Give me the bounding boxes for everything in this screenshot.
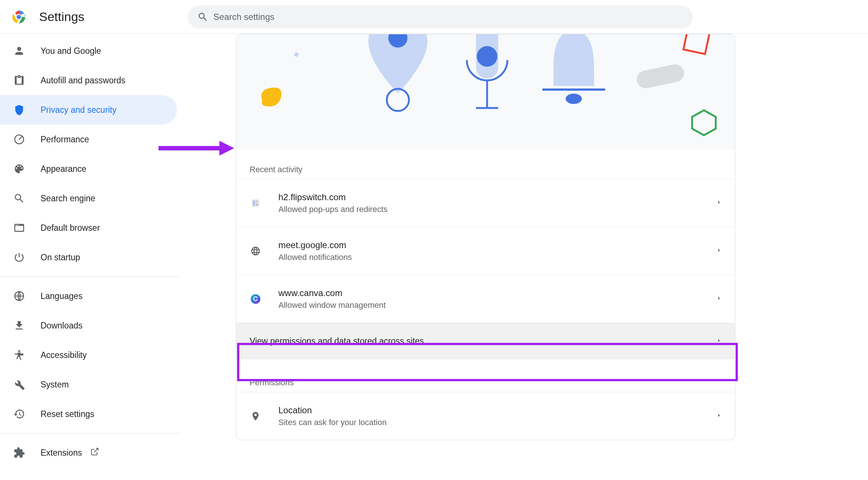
sidebar-item-you-and-google[interactable]: You and Google <box>0 36 177 66</box>
recent-site-name: meet.google.com <box>278 240 709 250</box>
sidebar-item-performance[interactable]: Performance <box>0 125 177 154</box>
recent-site-detail: Allowed notifications <box>278 253 709 262</box>
sidebar-item-privacy-security[interactable]: Privacy and security <box>0 95 177 125</box>
chevron-right-icon <box>716 338 722 345</box>
main-content: Recent activity h2.flipswitch.com Allowe… <box>181 34 868 480</box>
permission-detail: Sites can ask for your location <box>278 418 709 427</box>
sidebar-item-label: Extensions <box>41 448 82 458</box>
sidebar: You and Google Autofill and passwords Pr… <box>0 34 181 480</box>
search-input[interactable] <box>213 12 683 22</box>
chevron-right-icon <box>716 413 722 420</box>
permissions-heading: Permissions <box>236 359 735 392</box>
header-bar: Settings <box>0 0 868 34</box>
open-external-icon <box>90 447 99 458</box>
globe-icon <box>13 290 25 302</box>
hero-illustration <box>236 34 735 149</box>
globe-gray-icon <box>250 245 261 257</box>
sidebar-item-label: Languages <box>41 291 83 301</box>
sidebar-item-default-browser[interactable]: Default browser <box>0 213 177 243</box>
permission-title: Location <box>278 405 709 415</box>
sidebar-separator <box>0 433 181 434</box>
sidebar-item-label: System <box>41 380 69 390</box>
permission-row-location[interactable]: Location Sites can ask for your location <box>236 392 735 440</box>
sidebar-item-label: Search engine <box>41 194 95 204</box>
sidebar-item-reset-settings[interactable]: Reset settings <box>0 399 177 429</box>
sidebar-item-extensions[interactable]: Extensions <box>0 438 177 467</box>
sidebar-item-label: Autofill and passwords <box>41 76 125 86</box>
chevron-right-icon <box>716 248 722 254</box>
recent-activity-heading: Recent activity <box>236 149 735 179</box>
sidebar-item-label: Accessibility <box>41 350 87 360</box>
svg-rect-17 <box>683 34 709 54</box>
annotation-arrow <box>159 137 236 159</box>
person-icon <box>13 45 25 57</box>
sidebar-item-languages[interactable]: Languages <box>0 281 177 311</box>
svg-rect-22 <box>256 203 258 206</box>
view-permissions-label: View permissions and data stored across … <box>250 336 709 346</box>
browser-window-icon <box>13 222 25 234</box>
sidebar-item-search-engine[interactable]: Search engine <box>0 184 177 213</box>
recent-site-row[interactable]: meet.google.com Allowed notifications <box>236 227 735 275</box>
history-icon <box>13 408 25 420</box>
svg-point-15 <box>566 94 582 104</box>
sidebar-item-label: Privacy and security <box>41 105 117 115</box>
location-pin-icon <box>250 410 261 422</box>
download-icon <box>13 320 25 331</box>
chevron-right-icon <box>716 296 722 302</box>
recent-site-row[interactable]: www.canva.com Allowed window management <box>236 275 735 323</box>
sidebar-item-label: Performance <box>41 135 89 145</box>
svg-marker-18 <box>692 110 716 135</box>
accessibility-icon <box>13 349 25 361</box>
shield-icon <box>13 104 25 116</box>
speedometer-icon <box>13 133 25 145</box>
sidebar-item-label: Default browser <box>41 223 100 233</box>
svg-point-7 <box>294 52 299 57</box>
sidebar-item-appearance[interactable]: Appearance <box>0 154 177 184</box>
chrome-logo-icon <box>12 10 26 24</box>
sidebar-item-label: Reset settings <box>41 409 94 419</box>
sidebar-item-on-startup[interactable]: On startup <box>0 243 177 272</box>
sidebar-item-system[interactable]: System <box>0 370 177 399</box>
sidebar-item-label: You and Google <box>41 46 101 56</box>
svg-point-11 <box>477 46 497 67</box>
svg-point-5 <box>18 350 20 352</box>
sidebar-item-accessibility[interactable]: Accessibility <box>0 340 177 370</box>
sidebar-item-autofill[interactable]: Autofill and passwords <box>0 66 177 95</box>
sidebar-item-downloads[interactable]: Downloads <box>0 311 177 340</box>
svg-rect-19 <box>252 199 260 207</box>
svg-rect-20 <box>253 201 255 206</box>
svg-marker-25 <box>219 141 234 156</box>
search-icon <box>13 192 25 204</box>
svg-line-6 <box>94 448 98 452</box>
clipboard-icon <box>13 74 25 86</box>
recent-site-row[interactable]: h2.flipswitch.com Allowed pop-ups and re… <box>236 179 735 227</box>
svg-rect-21 <box>256 201 258 202</box>
search-icon <box>197 11 208 22</box>
sidebar-item-label: Downloads <box>41 321 83 331</box>
extension-icon <box>13 447 25 459</box>
canva-favicon-icon <box>250 293 261 305</box>
power-icon <box>13 251 25 263</box>
site-favicon-icon <box>250 197 261 209</box>
recent-site-name: h2.flipswitch.com <box>278 192 709 202</box>
palette-icon <box>13 163 25 175</box>
chevron-right-icon <box>716 200 722 206</box>
view-permissions-row[interactable]: View permissions and data stored across … <box>236 323 735 359</box>
sidebar-separator <box>0 276 181 277</box>
wrench-icon <box>13 379 25 390</box>
recent-site-detail: Allowed pop-ups and redirects <box>278 205 709 214</box>
recent-site-detail: Allowed window management <box>278 300 709 310</box>
search-container[interactable] <box>188 6 693 28</box>
sidebar-item-label: On startup <box>41 253 80 262</box>
page-title: Settings <box>39 10 84 24</box>
svg-rect-16 <box>636 64 684 90</box>
settings-card: Recent activity h2.flipswitch.com Allowe… <box>236 34 735 440</box>
sidebar-item-label: Appearance <box>41 164 86 174</box>
svg-point-23 <box>251 294 260 303</box>
recent-site-name: www.canva.com <box>278 288 709 298</box>
